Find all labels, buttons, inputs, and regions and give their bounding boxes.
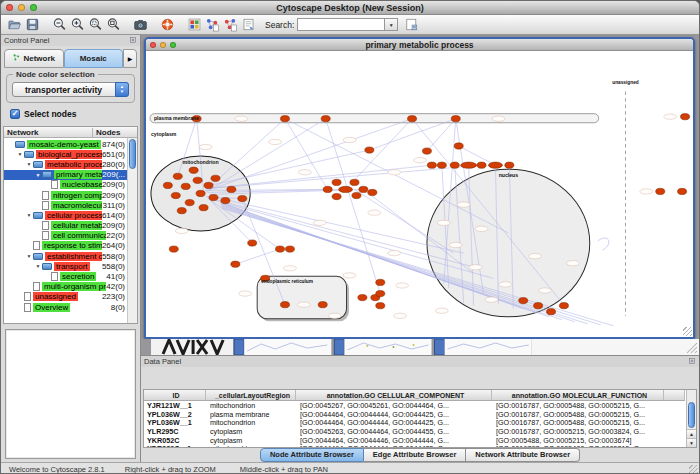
expand-arrow-icon[interactable]: ▼: [25, 212, 33, 218]
snapshot-icon[interactable]: [131, 16, 149, 34]
window-titlebar[interactable]: Cytoscape Desktop (New Session): [1, 1, 699, 15]
tree-item-nucleobase-c[interactable]: nucleobase-c209(0): [4, 180, 137, 190]
column-header-ID[interactable]: ID: [144, 390, 206, 400]
expand-arrow-icon[interactable]: ▼: [34, 263, 42, 269]
tab-network-attribute-browser[interactable]: Network Attribute Browser: [466, 448, 580, 462]
tab-node-attribute-browser[interactable]: Node Attribute Browser: [260, 448, 364, 462]
tree-item-overview[interactable]: Overview8(0): [4, 302, 137, 312]
search-input[interactable]: [297, 18, 385, 31]
window-resize-grip[interactable]: [689, 465, 698, 474]
tree-item-nitrogen-compo[interactable]: nitrogen compo209(0): [4, 190, 137, 200]
tree-item-transport[interactable]: ▼transport558(0): [4, 261, 137, 271]
table-cell: [GO:0044464, GO:0044444, GO:0044425, G..…: [296, 444, 492, 448]
float-panel-icon[interactable]: [129, 36, 137, 46]
tree-item-macromolecule[interactable]: macromolecule311(0): [4, 200, 137, 210]
tree-item-count: 558(0): [102, 262, 125, 271]
table-scrollbar[interactable]: ▲ ▼: [686, 390, 696, 447]
tab-network[interactable]: Network: [4, 49, 64, 68]
search-config-icon[interactable]: [402, 16, 420, 34]
table-cell: [GO:0045267, GO:0045261, GO:0044464, G..…: [296, 401, 492, 410]
table-row[interactable]: YPL036W__1mitochondrion[GO:0044464, GO:0…: [144, 418, 685, 427]
tree-item-label: metabolic process: [45, 160, 102, 169]
network-canvas[interactable]: plasma membranecytoplasmmitochondrionnuc…: [146, 51, 693, 337]
tree-scrollbar[interactable]: [127, 138, 137, 323]
expand-arrow-icon[interactable]: ▼: [25, 253, 33, 259]
tree-item-count: 311(0): [102, 201, 125, 210]
tree-item-mosaic-demo-yeast[interactable]: mosaic-demo-yeast874(0): [4, 139, 137, 149]
node-color-dropdown[interactable]: transporter activity ▲▼: [12, 82, 129, 97]
minimized-windows-strip[interactable]: [141, 339, 699, 355]
layout-edges-icon[interactable]: [221, 16, 239, 34]
tree-item-primary-metabo[interactable]: ▼primary metabo209(...: [4, 170, 137, 180]
tree-item-count: 42(0): [106, 282, 125, 291]
tree-item-count: 41(0): [106, 272, 125, 281]
float-panel-icon[interactable]: [688, 357, 696, 367]
zoom-fit-icon[interactable]: [104, 16, 122, 34]
tree-item-label: nucleobase-c: [60, 180, 102, 189]
vizmapper-icon[interactable]: [185, 16, 203, 34]
tree-item-count: 264(0): [102, 241, 125, 250]
save-icon[interactable]: [23, 16, 41, 34]
tree-item-cellular-metabo[interactable]: cellular metabo209(0): [4, 221, 137, 231]
tree-item-count: 280(0): [102, 160, 125, 169]
column-header-annotation.GO CELLULAR_COMPONENT[interactable]: annotation.GO CELLULAR_COMPONENT: [296, 390, 492, 400]
tree-item-biological-process[interactable]: ▼biological_process651(0): [4, 149, 137, 159]
select-nodes-checkbox[interactable]: ✓: [10, 109, 20, 119]
tree-scrollbar-thumb[interactable]: [129, 139, 136, 169]
tab-mosaic[interactable]: Mosaic: [64, 49, 124, 68]
tree-item-secretion[interactable]: secretion41(0): [4, 271, 137, 281]
tab-overflow-button[interactable]: ▶: [123, 49, 137, 68]
column-header-blank[interactable]: [664, 390, 685, 400]
zoom-out-icon[interactable]: [50, 16, 68, 34]
table-cell: plasma membrane: [206, 410, 296, 419]
network-tree: mosaic-demo-yeast874(0)▼biological_proce…: [3, 138, 138, 324]
tree-item-label: unassigned: [33, 292, 78, 301]
frame-resize-grip[interactable]: [683, 327, 692, 336]
network-view-titlebar[interactable]: primary metabolic process: [146, 39, 693, 51]
open-icon[interactable]: [5, 16, 23, 34]
tree-item-multi-organism-pro[interactable]: multi-organism pro42(0): [4, 282, 137, 292]
expand-arrow-icon[interactable]: ▼: [25, 161, 33, 167]
birdseye-view-panel[interactable]: [5, 329, 136, 459]
expand-arrow-icon[interactable]: ▼: [34, 172, 42, 178]
table-row[interactable]: YKR052Ccytoplasm[GO:0044464, GO:0044446,…: [144, 436, 685, 445]
tree-item-count: 209(0): [102, 221, 125, 230]
attribute-table-header[interactable]: ID_cellularLayoutRegionannotation.GO CEL…: [144, 390, 685, 401]
table-cell: [GO:0016787, GO:0005488, GO:0005215, G..…: [492, 401, 664, 410]
table-cell: [GO:0016787, GO:0005488, GO:0005215, G..…: [492, 418, 664, 427]
table-scrollbar-thumb[interactable]: [688, 402, 695, 428]
tree-item-unassigned[interactable]: unassigned223(0): [4, 292, 137, 302]
tree-item-cellular-process[interactable]: ▼cellular process614(0): [4, 210, 137, 220]
scroll-up-icon[interactable]: ▲: [687, 429, 696, 438]
table-cell: mitochondrion: [206, 444, 296, 448]
layout-nodes-icon[interactable]: [203, 16, 221, 34]
tree-item-response-to-stimulu[interactable]: response to stimulu264(0): [4, 241, 137, 251]
expand-arrow-icon[interactable]: ▼: [16, 151, 24, 157]
table-row[interactable]: YDR039C__1mitochondrion[GO:0044464, GO:0…: [144, 444, 685, 448]
tree-column-network[interactable]: Network: [4, 128, 93, 137]
tab-edge-attribute-browser[interactable]: Edge Attribute Browser: [364, 448, 466, 462]
table-row[interactable]: YLR295Ccytoplasm[GO:0045263, GO:0044464,…: [144, 427, 685, 436]
network-tree-header[interactable]: Network Nodes: [3, 126, 138, 138]
tree-item-establishment-of-lo[interactable]: ▼establishment of lo558(0): [4, 251, 137, 261]
tree-item-metabolic-process[interactable]: ▼metabolic process280(0): [4, 159, 137, 169]
annotation-icon[interactable]: [239, 16, 257, 34]
zoom-selected-icon[interactable]: [86, 16, 104, 34]
data-panel-toolbar: [141, 367, 699, 389]
scroll-down-icon[interactable]: ▼: [687, 438, 696, 447]
control-panel: Control Panel Network Mosaic ▶ Node colo…: [1, 35, 141, 462]
file-icon: [33, 282, 40, 291]
table-row[interactable]: YJR121W__1mitochondrion[GO:0045267, GO:0…: [144, 401, 685, 410]
tree-item-label: transport: [54, 262, 90, 271]
tree-item-cell-communicat[interactable]: cell communicat22(0): [4, 231, 137, 241]
search-combo-arrow-icon[interactable]: ▼: [385, 18, 398, 31]
network-view-title: primary metabolic process: [146, 40, 693, 50]
table-row[interactable]: YPL036W__2plasma membrane[GO:0044464, GO…: [144, 410, 685, 419]
network-view-window[interactable]: primary metabolic process plasma membran…: [144, 37, 695, 339]
zoom-in-icon[interactable]: [68, 16, 86, 34]
column-header-annotation.GO MOLECULAR_FUNCTION[interactable]: annotation.GO MOLECULAR_FUNCTION: [492, 390, 664, 400]
tree-column-nodes[interactable]: Nodes: [93, 128, 137, 137]
column-header-_cellularLayoutRegion[interactable]: _cellularLayoutRegion: [206, 390, 296, 400]
help-icon[interactable]: [158, 16, 176, 34]
tree-item-count: 223(0): [102, 292, 125, 301]
